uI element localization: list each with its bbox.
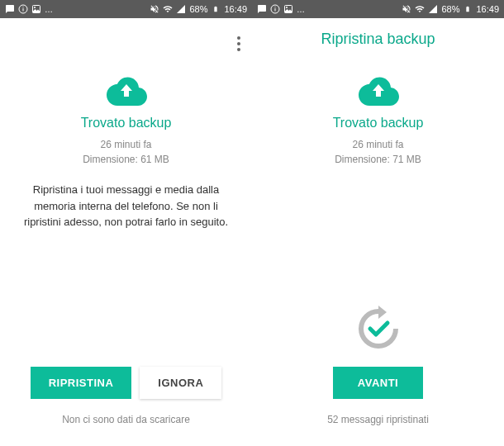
backup-size: Dimensione: 61 MB	[83, 152, 169, 167]
signal-icon	[176, 4, 186, 14]
vibrate-icon	[402, 4, 411, 14]
header: Ripristina backup	[252, 18, 504, 59]
svg-rect-6	[275, 8, 276, 12]
wifi-icon	[163, 4, 173, 14]
info-icon	[18, 4, 28, 14]
screen-restore-prompt: … 68% 16:49	[0, 0, 252, 446]
battery-icon	[463, 4, 473, 14]
backup-time: 26 minuti fa	[83, 137, 169, 152]
backup-found-title: Trovato backup	[333, 116, 424, 130]
backup-metadata: 26 minuti fa Dimensione: 71 MB	[335, 137, 421, 167]
battery-percent: 68%	[189, 4, 207, 14]
content-area: Trovato backup 26 minuti fa Dimensione: …	[0, 59, 252, 367]
cloud-upload-icon	[358, 76, 399, 106]
button-row: RIPRISTINA IGNORA	[31, 367, 222, 399]
battery-icon	[211, 4, 221, 14]
image-icon	[283, 4, 293, 14]
svg-point-2	[22, 7, 23, 7]
image-icon	[31, 4, 41, 14]
status-right-icons: 68% 16:49	[402, 4, 499, 14]
status-left-icons: …	[257, 4, 305, 14]
info-icon	[270, 4, 280, 14]
success-checkmark-icon	[354, 304, 403, 353]
overflow-menu-icon[interactable]	[234, 33, 244, 55]
backup-metadata: 26 minuti fa Dimensione: 61 MB	[83, 137, 169, 167]
bottom-actions: RIPRISTINA IGNORA Non ci sono dati da sc…	[0, 367, 252, 446]
svg-point-4	[34, 7, 36, 8]
svg-point-9	[286, 7, 288, 8]
restore-button[interactable]: RIPRISTINA	[31, 367, 132, 399]
wifi-icon	[415, 4, 425, 14]
backup-time: 26 minuti fa	[335, 137, 421, 152]
restore-description: Ripristina i tuoi messaggi e media dalla…	[12, 182, 240, 230]
svg-point-7	[274, 7, 275, 7]
status-left-icons: …	[5, 4, 53, 14]
content-area: Trovato backup 26 minuti fa Dimensione: …	[252, 59, 504, 304]
status-bar: … 68% 16:49	[0, 0, 252, 18]
footer-status: 52 messaggi ripristinati	[327, 414, 429, 425]
ignore-button[interactable]: IGNORA	[140, 367, 221, 399]
bottom-actions: AVANTI 52 messaggi ripristinati	[252, 304, 504, 446]
more-icon: …	[45, 5, 53, 14]
header	[0, 18, 252, 59]
next-button[interactable]: AVANTI	[333, 367, 423, 399]
chat-icon	[257, 4, 267, 14]
clock-time: 16:49	[476, 4, 499, 14]
clock-time: 16:49	[224, 4, 247, 14]
screen-restore-complete: … 68% 16:49 Ripristina backup	[252, 0, 504, 446]
signal-icon	[428, 4, 438, 14]
cloud-upload-icon	[106, 76, 147, 106]
backup-size: Dimensione: 71 MB	[335, 152, 421, 167]
status-bar: … 68% 16:49	[252, 0, 504, 18]
battery-percent: 68%	[441, 4, 459, 14]
status-right-icons: 68% 16:49	[150, 4, 247, 14]
chat-icon	[5, 4, 15, 14]
more-icon: …	[297, 5, 305, 14]
page-title: Ripristina backup	[321, 31, 435, 48]
vibrate-icon	[150, 4, 159, 14]
backup-found-title: Trovato backup	[81, 116, 172, 130]
svg-rect-1	[23, 8, 24, 12]
footer-status: Non ci sono dati da scaricare	[62, 414, 190, 425]
